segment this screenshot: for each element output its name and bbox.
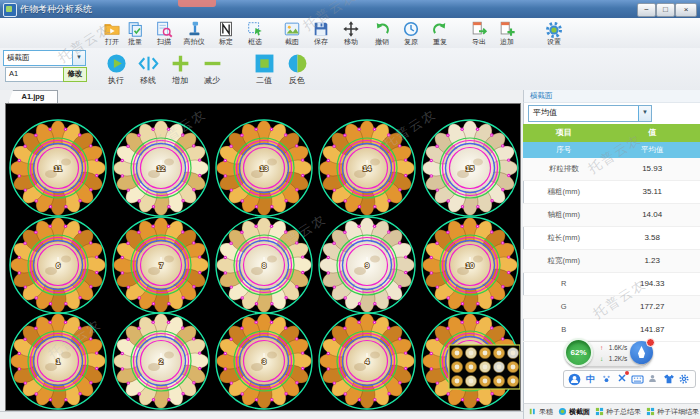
invert-icon: [280, 51, 314, 75]
toolbar-button-restore[interactable]: 复原: [396, 19, 426, 47]
toolbar-label: 保存: [306, 37, 336, 46]
cob-10: 10: [422, 217, 518, 313]
table-row[interactable]: 粒长(mm)3.58: [523, 227, 700, 250]
ime-gear-icon[interactable]: [678, 373, 691, 386]
button-label: 执行: [99, 75, 133, 86]
view-tab-label: 果穗: [539, 407, 553, 417]
cob-1: 1: [10, 313, 106, 409]
increase-button[interactable]: 增加: [163, 51, 197, 89]
toolbar-label: 重复: [425, 37, 455, 46]
execute-button[interactable]: 执行: [99, 51, 133, 89]
image-tab[interactable]: A1.jpg: [8, 90, 58, 104]
table-row[interactable]: 籽粒排数15.93: [523, 158, 700, 181]
progress-circle[interactable]: 62%: [564, 338, 593, 367]
statistic-dropdown[interactable]: 平均值 ▼: [528, 105, 652, 122]
toolbar-label: 移动: [336, 37, 366, 46]
close-button[interactable]: ×: [675, 3, 697, 17]
modify-button[interactable]: 修改: [63, 67, 87, 82]
toolbar-button-batch[interactable]: 批量: [120, 19, 150, 47]
settings-icon: [539, 19, 569, 37]
ime-person-icon[interactable]: [646, 373, 659, 386]
toolbar-button-screenshot[interactable]: 截图: [277, 19, 307, 47]
ime-paw-icon[interactable]: [600, 373, 613, 386]
minimize-button[interactable]: −: [637, 3, 656, 17]
sample-id-input[interactable]: A1: [5, 67, 65, 82]
table-row[interactable]: B141.87: [523, 319, 700, 342]
cross-section-icon: [558, 407, 567, 417]
cob-6: 6: [10, 217, 106, 313]
view-tab-seed-summary[interactable]: 种子总结果: [595, 407, 641, 417]
ime-user-icon[interactable]: [568, 373, 581, 386]
cob-9: 9: [319, 217, 415, 313]
chevron-down-icon[interactable]: ▼: [72, 51, 85, 65]
svg-text:6: 6: [56, 261, 60, 270]
move-icon: [336, 19, 366, 37]
titlebar[interactable]: 作物考种分析系统 − □ ×: [0, 0, 700, 19]
table-subheader-row: 序号 平均值: [523, 142, 700, 158]
batch-icon: [120, 19, 150, 37]
toolbar-button-doc-camera[interactable]: 高拍仪: [179, 19, 209, 47]
row-label: B: [523, 319, 604, 341]
down-arrow-icon: ↓: [600, 353, 607, 364]
toolbar-label: 截图: [277, 37, 307, 46]
ime-cut-icon[interactable]: [615, 373, 628, 386]
toolbar-label: 框选: [240, 37, 270, 46]
view-tab-seed-detail[interactable]: 种子详细结果: [646, 407, 699, 417]
toolbar-button-settings[interactable]: 设置: [539, 19, 569, 47]
export-icon: [464, 19, 494, 37]
ime-zh-icon[interactable]: 中: [584, 373, 597, 386]
toolbar-label: 标定: [211, 37, 241, 46]
toolbar-button-calibrate[interactable]: 标定: [211, 19, 241, 47]
decrease-button[interactable]: 减少: [195, 51, 229, 89]
toolbar-button-scan[interactable]: 扫描: [149, 19, 179, 47]
row-value: 177.27: [604, 296, 700, 318]
svg-text:13: 13: [260, 164, 268, 173]
cob-2: 2: [113, 313, 209, 409]
row-value: 3.58: [604, 227, 700, 249]
increase-icon: [163, 51, 197, 75]
view-tab-label: 种子总结果: [606, 407, 641, 417]
toolbar-button-export[interactable]: 导出: [464, 19, 494, 47]
titlebar-artifact: [178, 0, 216, 7]
undo-icon: [367, 19, 397, 37]
toolbar-button-frame-select[interactable]: 框选: [240, 19, 270, 47]
toolbar-button-append[interactable]: 追加: [492, 19, 522, 47]
view-tab-ear[interactable]: 果穗: [528, 407, 553, 417]
ime-keyboard-icon[interactable]: [631, 373, 644, 386]
svg-text:3: 3: [262, 357, 266, 366]
svg-text:2: 2: [159, 357, 163, 366]
table-row[interactable]: 穗粗(mm)35.11: [523, 181, 700, 204]
execute-icon: [99, 51, 133, 75]
input-method-toolbar[interactable]: 中: [563, 370, 696, 388]
table-row[interactable]: 粒宽(mm)1.23: [523, 250, 700, 273]
preset-dropdown[interactable]: 横截面 ▼: [3, 50, 86, 66]
toolbar-label: 追加: [492, 37, 522, 46]
toolbar-button-repeat[interactable]: 重复: [425, 19, 455, 47]
cob-3: 3: [216, 313, 312, 409]
preset-dropdown-value: 横截面: [7, 53, 30, 62]
chevron-down-icon[interactable]: ▼: [638, 106, 651, 121]
move-line-button[interactable]: 移线: [131, 51, 165, 89]
maximize-button[interactable]: □: [656, 3, 675, 17]
view-tab-label: 横截面: [569, 407, 590, 417]
image-canvas[interactable]: 111213141567891012345: [5, 103, 521, 411]
cob-7: 7: [113, 217, 209, 313]
invert-button[interactable]: 反色: [280, 51, 314, 89]
view-tab-cross-section[interactable]: 横截面: [558, 407, 590, 417]
toolbar-button-save[interactable]: 保存: [306, 19, 336, 47]
table-row[interactable]: R194.33: [523, 273, 700, 296]
binary-button[interactable]: 二值: [247, 51, 281, 89]
table-row[interactable]: G177.27: [523, 296, 700, 319]
repeat-icon: [425, 19, 455, 37]
svg-text:7: 7: [159, 261, 163, 270]
toolbar-label: 撤销: [367, 37, 397, 46]
toolbar-label: 复原: [396, 37, 426, 46]
svg-text:11: 11: [54, 164, 62, 173]
view-tab-label: 种子详细结果: [657, 407, 699, 417]
table-row[interactable]: 轴粗(mm)14.04: [523, 204, 700, 227]
app-icon: [3, 3, 17, 17]
results-table: 项目 值 序号 平均值 籽粒排数15.93穗粗(mm)35.11轴粗(mm)14…: [523, 124, 700, 342]
toolbar-button-undo[interactable]: 撤销: [367, 19, 397, 47]
ime-shirt-icon[interactable]: [662, 373, 675, 386]
toolbar-button-move[interactable]: 移动: [336, 19, 366, 47]
